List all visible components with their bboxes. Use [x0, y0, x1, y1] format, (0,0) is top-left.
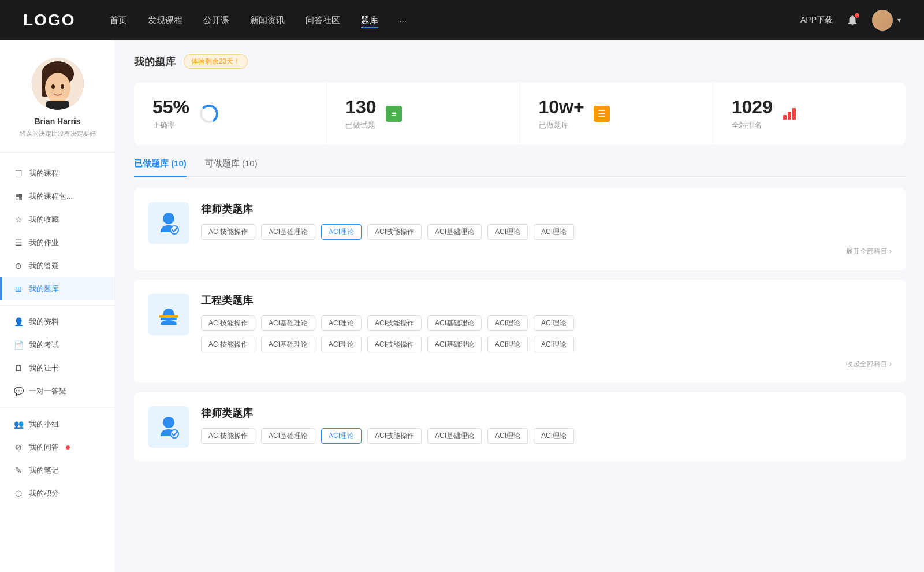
- expand-link-1[interactable]: 收起全部科目 ›: [201, 359, 892, 369]
- sidebar-item-notes[interactable]: ✎ 我的笔记: [0, 459, 115, 482]
- chat-icon: 💬: [14, 387, 23, 396]
- nav-more[interactable]: ···: [399, 13, 407, 28]
- tag-extra-1-6[interactable]: ACI理论: [534, 337, 574, 352]
- user-avatar: [872, 10, 893, 31]
- lawyer-icon-svg-0: [155, 209, 182, 237]
- cert-icon: 🗒: [14, 363, 23, 373]
- tag-0-1[interactable]: ACI基础理论: [261, 224, 315, 240]
- question-circle-icon: ⊙: [14, 261, 23, 270]
- profile-name: Brian Harris: [12, 117, 103, 126]
- tag-0-6[interactable]: ACI理论: [534, 224, 574, 240]
- sidebar-item-exam[interactable]: 📄 我的考试: [0, 333, 115, 356]
- user-avatar-container[interactable]: ▾: [872, 10, 901, 31]
- tag-extra-1-5[interactable]: ACI理论: [487, 337, 528, 352]
- file-text-icon: 📄: [14, 340, 23, 350]
- svg-point-13: [163, 417, 174, 428]
- bank-card-header-2: 律师类题库 ACI技能操作 ACI基础理论 ACI理论 ACI技能操作 ACI基…: [148, 406, 892, 448]
- svg-point-4: [51, 84, 55, 89]
- sidebar-item-my-course[interactable]: ☐ 我的课程: [0, 162, 115, 185]
- profile-avatar: [32, 58, 84, 110]
- header: LOGO 首页 发现课程 公开课 新闻资讯 问答社区 题库 ··· APP下载 …: [0, 0, 924, 40]
- main-nav: 首页 发现课程 公开课 新闻资讯 问答社区 题库 ···: [110, 13, 800, 28]
- tab-done-banks[interactable]: 已做题库 (10): [134, 158, 187, 176]
- bar2: [788, 112, 791, 120]
- expand-link-0[interactable]: 展开全部科目 ›: [201, 247, 892, 257]
- bar3: [792, 108, 796, 120]
- tag-0-4[interactable]: ACI基础理论: [427, 224, 482, 240]
- logo[interactable]: LOGO: [23, 11, 75, 29]
- tag-0-3[interactable]: ACI技能操作: [367, 224, 422, 240]
- sidebar-item-one-on-one[interactable]: 💬 一对一答疑: [0, 380, 115, 403]
- layout: Brian Harris 错误的决定比没有决定要好 ☐ 我的课程 ▦ 我的课程包…: [0, 40, 924, 572]
- tag-extra-1-4[interactable]: ACI基础理论: [427, 337, 482, 352]
- nav-question-bank[interactable]: 题库: [361, 13, 378, 28]
- tag-2-2[interactable]: ACI理论: [321, 428, 362, 444]
- stat-label-done-questions: 已做试题: [345, 120, 376, 131]
- tags-row-1: ACI技能操作 ACI基础理论 ACI理论 ACI技能操作 ACI基础理论 AC…: [201, 315, 892, 331]
- tag-2-4[interactable]: ACI基础理论: [427, 428, 482, 444]
- sidebar-item-homework[interactable]: ☰ 我的作业: [0, 231, 115, 254]
- nav-news[interactable]: 新闻资讯: [250, 13, 285, 28]
- svg-point-9: [163, 213, 174, 224]
- note-icon: ✎: [14, 466, 23, 475]
- tag-extra-1-3[interactable]: ACI技能操作: [367, 337, 422, 352]
- stat-value-done-banks: 10w+: [539, 96, 584, 118]
- tag-1-3[interactable]: ACI技能操作: [367, 315, 422, 331]
- tag-extra-1-0[interactable]: ACI技能操作: [201, 337, 255, 352]
- tag-extra-1-2[interactable]: ACI理论: [321, 337, 362, 352]
- qa-badge-dot: [66, 445, 70, 450]
- tag-2-6[interactable]: ACI理论: [534, 428, 574, 444]
- bank-title-0: 律师类题库: [201, 202, 892, 216]
- nav-discover[interactable]: 发现课程: [148, 13, 182, 28]
- tag-2-0[interactable]: ACI技能操作: [201, 428, 255, 444]
- tag-2-5[interactable]: ACI理论: [487, 428, 528, 444]
- tag-1-4[interactable]: ACI基础理论: [427, 315, 482, 331]
- sidebar-item-question-bank[interactable]: ⊞ 我的题库: [0, 277, 115, 300]
- stat-correct-rate: 55% 正确率: [134, 83, 327, 144]
- stat-label-done-banks: 已做题库: [539, 120, 584, 131]
- tag-1-0[interactable]: ACI技能操作: [201, 315, 255, 331]
- bank-card-0: 律师类题库 ACI技能操作 ACI基础理论 ACI理论 ACI技能操作 ACI基…: [134, 188, 906, 270]
- qa-icon: ⊘: [14, 443, 23, 452]
- avatar-image: [872, 10, 893, 31]
- sidebar-item-my-data[interactable]: 👤 我的资料: [0, 310, 115, 333]
- tag-1-1[interactable]: ACI基础理论: [261, 315, 315, 331]
- trial-badge: 体验剩余23天！: [184, 54, 248, 69]
- notification-bell[interactable]: [844, 12, 860, 28]
- tabs-bar: 已做题库 (10) 可做题库 (10): [134, 158, 906, 177]
- people-icon: 👤: [14, 317, 23, 326]
- tag-1-5[interactable]: ACI理论: [487, 315, 528, 331]
- sidebar-item-questions[interactable]: ⊙ 我的答疑: [0, 254, 115, 277]
- tag-extra-1-1[interactable]: ACI基础理论: [261, 337, 315, 352]
- sidebar-item-course-package[interactable]: ▦ 我的课程包...: [0, 185, 115, 208]
- sidebar-menu: ☐ 我的课程 ▦ 我的课程包... ☆ 我的收藏 ☰ 我的作业 ⊙ 我的答疑 ⊞…: [0, 162, 115, 505]
- sidebar-item-group[interactable]: 👥 我的小组: [0, 413, 115, 436]
- sidebar-item-certificate[interactable]: 🗒 我的证书: [0, 356, 115, 380]
- tag-2-3[interactable]: ACI技能操作: [367, 428, 422, 444]
- app-download-button[interactable]: APP下载: [800, 15, 833, 25]
- profile-section: Brian Harris 错误的决定比没有决定要好: [0, 58, 115, 153]
- chevron-down-icon: ▾: [897, 16, 901, 24]
- bank-content-2: 律师类题库 ACI技能操作 ACI基础理论 ACI理论 ACI技能操作 ACI基…: [201, 406, 892, 444]
- tag-0-2[interactable]: ACI理论: [321, 224, 362, 240]
- sidebar-item-my-qa[interactable]: ⊘ 我的问答: [0, 436, 115, 459]
- tag-0-5[interactable]: ACI理论: [487, 224, 528, 240]
- sidebar-item-points[interactable]: ⬡ 我的积分: [0, 482, 115, 505]
- stat-label-correct-rate: 正确率: [152, 120, 189, 131]
- nav-open-course[interactable]: 公开课: [203, 13, 229, 28]
- tag-1-6[interactable]: ACI理论: [534, 315, 574, 331]
- tag-1-2[interactable]: ACI理论: [321, 315, 362, 331]
- nav-home[interactable]: 首页: [110, 13, 127, 28]
- bar-chart-icon: [782, 106, 798, 122]
- nav-qa[interactable]: 问答社区: [305, 13, 340, 28]
- bank-icon-engineer-1: [148, 294, 189, 335]
- tag-2-1[interactable]: ACI基础理论: [261, 428, 315, 444]
- tab-available-banks[interactable]: 可做题库 (10): [205, 158, 258, 176]
- sidebar-item-favorites[interactable]: ☆ 我的收藏: [0, 208, 115, 231]
- tag-0-0[interactable]: ACI技能操作: [201, 224, 255, 240]
- donut-svg: [199, 103, 219, 124]
- stat-text-done-banks: 10w+ 已做题库: [539, 96, 584, 131]
- stat-done-questions: 130 已做试题 ≡: [327, 83, 520, 144]
- bank-card-header-0: 律师类题库 ACI技能操作 ACI基础理论 ACI理论 ACI技能操作 ACI基…: [148, 202, 892, 257]
- svg-rect-12: [159, 315, 178, 318]
